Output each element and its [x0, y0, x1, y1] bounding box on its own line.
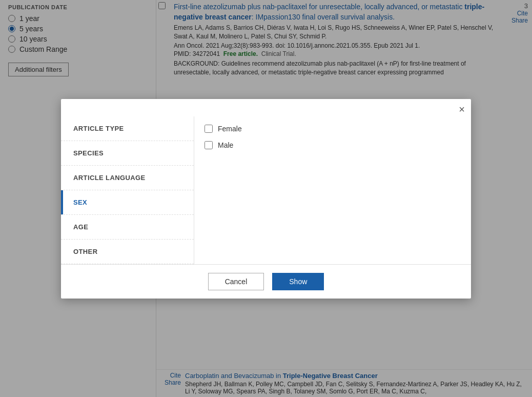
modal-body: ARTICLE TYPE SPECIES ARTICLE LANGUAGE SE…: [61, 116, 471, 264]
sidebar-item-article-type-label: ARTICLE TYPE: [73, 125, 124, 132]
modal-header: ×: [61, 99, 471, 116]
sidebar-item-other-label: OTHER: [73, 248, 97, 255]
modal-sidebar: ARTICLE TYPE SPECIES ARTICLE LANGUAGE SE…: [61, 116, 194, 264]
sidebar-item-article-language[interactable]: ARTICLE LANGUAGE: [61, 166, 194, 190]
checkbox-female[interactable]: Female: [204, 125, 461, 133]
modal-footer: Cancel Show: [61, 264, 471, 299]
checkbox-female-label: Female: [218, 125, 242, 133]
sidebar-item-species[interactable]: SPECIES: [61, 141, 194, 166]
sidebar-item-age-label: AGE: [73, 223, 88, 231]
checkbox-male[interactable]: Male: [204, 141, 461, 149]
sidebar-item-article-type[interactable]: ARTICLE TYPE: [61, 116, 194, 141]
show-button[interactable]: Show: [272, 273, 324, 290]
checkbox-female-input[interactable]: [204, 125, 213, 133]
sidebar-item-article-language-label: ARTICLE LANGUAGE: [73, 174, 146, 182]
checkbox-male-input[interactable]: [204, 141, 213, 149]
sidebar-item-age[interactable]: AGE: [61, 215, 194, 240]
modal-close-button[interactable]: ×: [459, 104, 465, 114]
additional-filters-modal: × ARTICLE TYPE SPECIES ARTICLE LANGUAGE …: [61, 99, 471, 299]
sidebar-item-species-label: SPECIES: [73, 149, 104, 157]
checkbox-male-label: Male: [218, 141, 233, 149]
modal-content-area: Female Male: [194, 116, 471, 264]
sidebar-item-sex-label: SEX: [73, 198, 87, 206]
cancel-button[interactable]: Cancel: [208, 273, 264, 290]
modal-overlay[interactable]: × ARTICLE TYPE SPECIES ARTICLE LANGUAGE …: [0, 0, 532, 397]
sidebar-item-other[interactable]: OTHER: [61, 240, 194, 264]
sidebar-item-sex[interactable]: SEX: [61, 190, 194, 215]
